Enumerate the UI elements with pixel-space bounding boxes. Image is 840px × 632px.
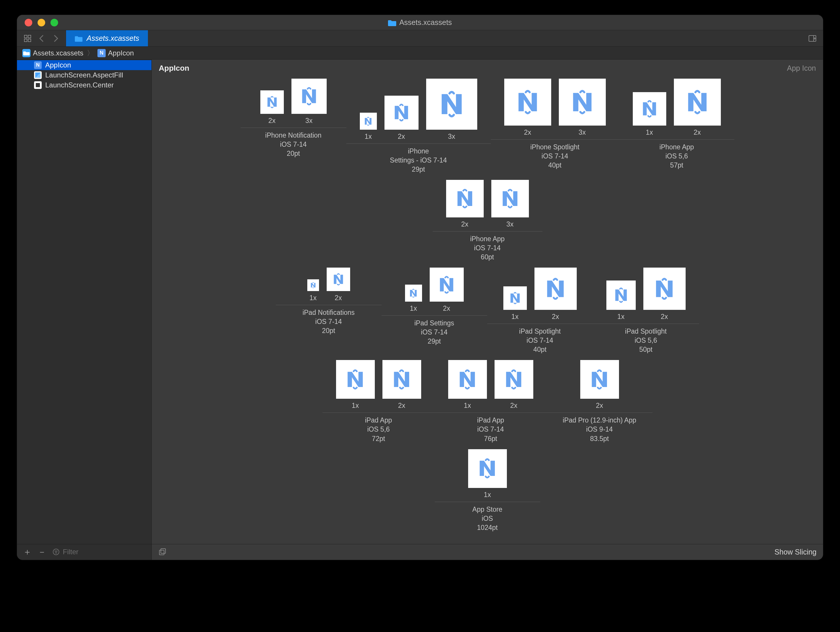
- app-icon-image[interactable]: [336, 360, 375, 399]
- icon-variant: 1x: [360, 113, 377, 140]
- n-logo-icon: [264, 94, 280, 110]
- app-icon-image[interactable]: [643, 268, 685, 310]
- duplicate-icon[interactable]: [158, 548, 166, 556]
- canvas-header: AppIcon App Icon: [152, 60, 823, 74]
- caption-os: iOS 7-14: [433, 244, 542, 253]
- app-icon-image[interactable]: [291, 79, 327, 114]
- scale-label: 1x: [464, 402, 471, 410]
- app-icon-image[interactable]: [606, 281, 636, 310]
- icon-group-caption: iPad SpotlightiOS 7-1440pt: [487, 324, 593, 354]
- caption-title: iPhone App: [619, 143, 734, 152]
- n-logo-icon: [649, 274, 679, 304]
- caption-size: 40pt: [491, 161, 619, 170]
- related-items-icon[interactable]: [24, 34, 32, 43]
- app-icon-image[interactable]: [446, 180, 484, 217]
- icon-group-caption: iPhone AppiOS 5,657pt: [619, 139, 734, 170]
- app-icon-image[interactable]: [448, 360, 487, 399]
- caption-os: iOS 7-14: [382, 328, 487, 337]
- caption-title: iPad Settings: [382, 318, 487, 328]
- add-asset-button[interactable]: ＋: [23, 547, 32, 556]
- caption-title: App Store: [435, 505, 540, 514]
- icon-group-caption: iPhoneSettings - iOS 7-1429pt: [346, 143, 491, 174]
- icon-group-caption: iPad AppiOS 7-1476pt: [435, 413, 547, 443]
- app-icon-image[interactable]: [674, 79, 721, 126]
- app-icon-image[interactable]: [261, 90, 284, 114]
- scale-label: 1x: [617, 313, 624, 321]
- n-logo-icon: [586, 366, 613, 393]
- icon-variants: 1x2x: [398, 268, 471, 315]
- caption-title: iPhone App: [433, 235, 542, 244]
- tab-assets[interactable]: Assets.xcassets: [66, 30, 148, 46]
- icon-group: 1x2xiPad NotificationsiOS 7-1420pt: [276, 268, 382, 354]
- sidebar-item[interactable]: LaunchScreen.AspectFill: [17, 70, 152, 80]
- app-icon-image[interactable]: [559, 79, 606, 126]
- caption-title: iPhone: [346, 147, 491, 156]
- sidebar-item[interactable]: LaunchScreen.Center: [17, 80, 152, 90]
- app-icon-image[interactable]: [504, 79, 551, 126]
- app-icon-image[interactable]: [534, 268, 577, 310]
- caption-size: 76pt: [435, 434, 547, 443]
- caption-title: iPad Notifications: [276, 308, 382, 317]
- app-icon-image[interactable]: [633, 92, 666, 126]
- app-icon-image[interactable]: [430, 268, 464, 302]
- icon-variants: 2x3x: [497, 79, 613, 139]
- app-icon-image[interactable]: [580, 360, 619, 399]
- filter-field[interactable]: Filter: [52, 548, 78, 556]
- breadcrumb-leaf[interactable]: AppIcon: [108, 49, 134, 57]
- app-icon-image[interactable]: [307, 279, 319, 291]
- icon-group: 1x2xiPhone AppiOS 5,657pt: [619, 79, 734, 174]
- n-logo-icon: [297, 84, 321, 109]
- nav-back-button[interactable]: [38, 34, 46, 43]
- icon-variant: 3x: [559, 79, 606, 136]
- breadcrumb: Assets.xcassets 〉 N AppIcon: [17, 47, 823, 60]
- close-window-button[interactable]: [25, 19, 32, 27]
- caption-title: iPhone Notification: [241, 131, 346, 140]
- icon-variant: 2x: [261, 90, 284, 125]
- icon-group: 2x3xiPhone AppiOS 7-1460pt: [433, 180, 542, 262]
- zoom-window-button[interactable]: [51, 19, 58, 27]
- icon-variant: 2x: [534, 268, 577, 321]
- caption-title: iPad App: [322, 416, 435, 425]
- app-icon-image[interactable]: [503, 286, 527, 310]
- app-icon-image[interactable]: [491, 180, 529, 217]
- app-icon-image[interactable]: [360, 113, 377, 130]
- icon-group: 1x2x3xiPhoneSettings - iOS 7-1429pt: [346, 79, 491, 174]
- show-slicing-button[interactable]: Show Slicing: [775, 548, 816, 556]
- sidebar-item[interactable]: NAppIcon: [17, 60, 152, 70]
- caption-os: iOS 7-14: [241, 140, 346, 149]
- canvas-footer: Show Slicing: [152, 544, 823, 560]
- n-logo-icon: [638, 97, 661, 121]
- app-icon-image[interactable]: [426, 79, 477, 130]
- scale-label: 1x: [309, 294, 316, 302]
- icon-variant: 2x: [384, 96, 418, 140]
- minimize-window-button[interactable]: [38, 19, 45, 27]
- app-icon-image[interactable]: [382, 360, 421, 399]
- icon-variant: 2x: [382, 360, 421, 410]
- app-icon-image[interactable]: [468, 449, 507, 488]
- app-icon-image[interactable]: [405, 285, 422, 302]
- icon-variant: 1x: [336, 360, 375, 410]
- icon-variant: 1x: [448, 360, 487, 410]
- caption-title: iPad App: [435, 416, 547, 425]
- n-logo-icon: [435, 273, 458, 296]
- caption-title: iPad Spotlight: [593, 327, 699, 336]
- icon-variant: 2x: [580, 360, 619, 410]
- window-title: Assets.xcassets: [17, 18, 823, 27]
- add-editor-button[interactable]: [808, 34, 816, 43]
- caption-os: iOS 7-14: [491, 152, 619, 161]
- icon-group: 2xiPad Pro (12.9-inch) AppiOS 9-1483.5pt: [547, 360, 652, 443]
- icon-variant: 2x: [643, 268, 685, 321]
- breadcrumb-root[interactable]: Assets.xcassets: [33, 49, 83, 57]
- scale-label: 1x: [352, 402, 358, 410]
- remove-asset-button[interactable]: －: [38, 547, 46, 556]
- app-icon-image[interactable]: [494, 360, 533, 399]
- icon-variant: 3x: [426, 79, 477, 140]
- n-logo-icon: [566, 86, 599, 118]
- icon-group: 2x3xiPhone SpotlightiOS 7-1440pt: [491, 79, 619, 174]
- sidebar-item-label: LaunchScreen.AspectFill: [45, 71, 123, 79]
- app-icon-image[interactable]: [327, 268, 350, 291]
- nav-forward-button[interactable]: [52, 34, 60, 43]
- app-icon-image[interactable]: [384, 96, 418, 130]
- window-controls: [25, 19, 58, 27]
- scale-label: 2x: [661, 313, 668, 321]
